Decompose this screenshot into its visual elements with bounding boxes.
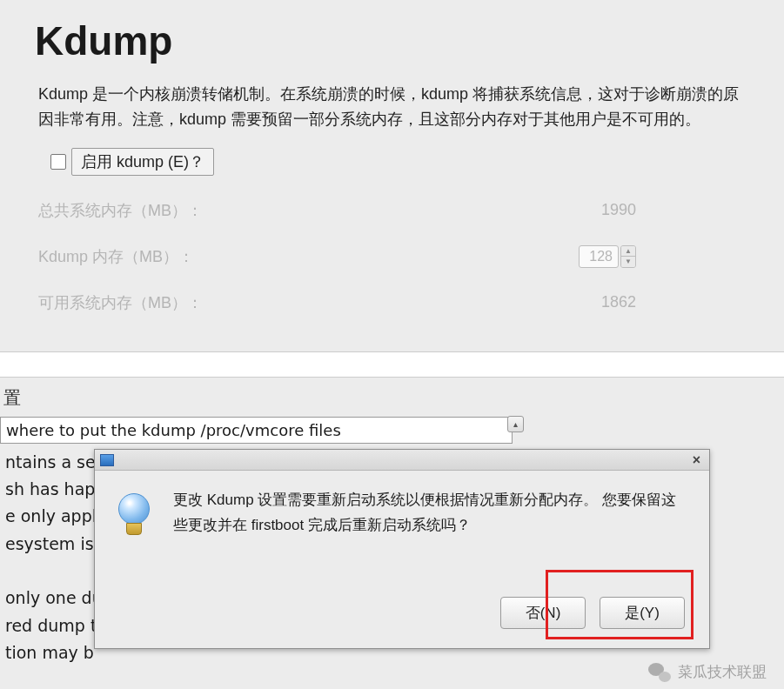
available-memory-row: 可用系统内存（MB）： 1862 xyxy=(38,280,636,325)
wechat-text: 菜瓜技术联盟 xyxy=(678,662,767,682)
config-first-line[interactable]: where to put the kdump /proc/vmcore file… xyxy=(0,417,513,444)
enable-kdump-row: 启用 kdump (E)？ xyxy=(50,148,758,176)
available-memory-value: 1862 xyxy=(601,293,636,311)
kdump-memory-input[interactable]: 128 xyxy=(579,245,619,268)
dialog-message: 更改 Kdump 设置需要重新启动系统以便根据情况重新分配内存。 您要保留这些更… xyxy=(173,488,688,538)
enable-kdump-checkbox[interactable] xyxy=(50,154,66,170)
total-memory-label: 总共系统内存（MB）： xyxy=(38,200,203,221)
confirm-restart-dialog: × 更改 Kdump 设置需要重新启动系统以便根据情况重新分配内存。 您要保留这… xyxy=(94,449,710,649)
dialog-titlebar[interactable]: × xyxy=(95,450,709,471)
yes-button[interactable]: 是(Y) xyxy=(600,597,685,629)
info-bulb-icon xyxy=(116,493,152,538)
kdump-memory-row: Kdump 内存（MB）： 128 ▲ ▼ xyxy=(38,233,636,280)
scroll-up-button[interactable]: ▴ xyxy=(507,416,524,432)
spinner-buttons: ▲ ▼ xyxy=(620,245,636,268)
page-title: Kdump xyxy=(35,17,758,64)
kdump-memory-label: Kdump 内存（MB）： xyxy=(38,246,194,267)
wechat-icon xyxy=(648,663,671,682)
kdump-settings-panel: Kdump Kdump 是一个内核崩溃转储机制。在系统崩溃的时候，kdump 将… xyxy=(0,0,784,352)
dialog-button-row: 否(N) 是(Y) xyxy=(500,597,685,629)
wechat-watermark: 菜瓜技术联盟 xyxy=(648,662,767,682)
dialog-app-icon xyxy=(100,454,114,466)
spinner-down-button[interactable]: ▼ xyxy=(621,257,635,267)
available-memory-label: 可用系统内存（MB）： xyxy=(38,292,203,313)
spinner-up-button[interactable]: ▲ xyxy=(621,246,635,257)
no-button[interactable]: 否(N) xyxy=(500,597,586,629)
close-icon[interactable]: × xyxy=(689,452,704,468)
kdump-memory-spinner: 128 ▲ ▼ xyxy=(579,245,636,268)
total-memory-row: 总共系统内存（MB）： 1990 xyxy=(38,188,636,233)
config-header: 置 xyxy=(0,385,784,417)
dialog-body: 更改 Kdump 设置需要重新启动系统以便根据情况重新分配内存。 您要保留这些更… xyxy=(95,471,709,547)
kdump-description: Kdump 是一个内核崩溃转储机制。在系统崩溃的时候，kdump 将捕获系统信息… xyxy=(38,82,740,132)
total-memory-value: 1990 xyxy=(601,201,636,219)
panel-gap xyxy=(0,352,784,377)
enable-kdump-label[interactable]: 启用 kdump (E)？ xyxy=(71,148,214,176)
